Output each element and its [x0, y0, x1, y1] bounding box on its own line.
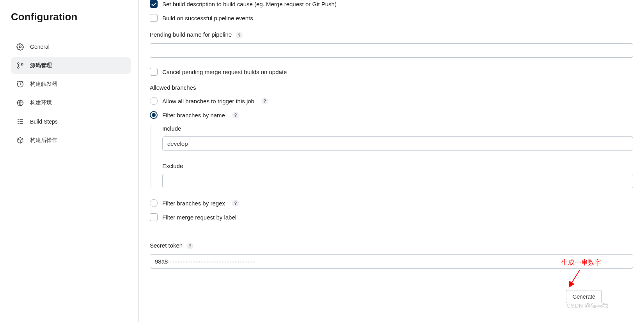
box-icon	[16, 136, 24, 144]
set-build-description-label: Set build description to build cause (eg…	[162, 1, 337, 7]
help-icon[interactable]: ?	[261, 97, 268, 104]
main-content: Set build description to build cause (eg…	[139, 0, 644, 322]
filter-by-name-panel: Include Exclude	[151, 125, 633, 188]
set-build-description-checkbox[interactable]	[150, 0, 158, 8]
sidebar-item-label: 构建触发器	[30, 81, 57, 88]
generate-button[interactable]: Generate	[566, 290, 602, 303]
help-icon[interactable]: ?	[236, 32, 243, 39]
exclude-label: Exclude	[162, 163, 633, 169]
svg-line-6	[570, 270, 580, 286]
sidebar-item-source-management[interactable]: 源码管理	[11, 57, 131, 74]
help-icon[interactable]: ?	[232, 111, 239, 119]
secret-token-input[interactable]	[150, 254, 633, 269]
exclude-input[interactable]	[162, 174, 633, 188]
sidebar: Configuration General 源码管理 构建触发器 构建环境	[0, 0, 138, 322]
build-on-pipeline-checkbox[interactable]	[150, 14, 158, 22]
sidebar-item-label: 构建后操作	[30, 137, 57, 144]
annotation-arrow-icon	[564, 268, 584, 292]
sidebar-item-post-build[interactable]: 构建后操作	[11, 132, 131, 149]
sidebar-item-general[interactable]: General	[11, 39, 131, 55]
page-title: Configuration	[11, 11, 131, 23]
cancel-pending-checkbox[interactable]	[150, 68, 158, 76]
pending-build-name-input[interactable]	[150, 43, 633, 58]
sidebar-item-build-env[interactable]: 构建环境	[11, 95, 131, 111]
globe-icon	[16, 99, 24, 107]
filter-mr-by-label-label: Filter merge request by label	[162, 214, 236, 221]
filter-by-regex-radio[interactable]	[150, 199, 158, 207]
gear-icon	[16, 43, 24, 51]
sidebar-item-label: 构建环境	[30, 99, 52, 106]
filter-mr-by-label-checkbox[interactable]	[150, 213, 158, 221]
svg-point-0	[20, 46, 21, 48]
filter-by-name-label: Filter branches by name	[162, 112, 225, 119]
svg-point-3	[21, 64, 23, 65]
secret-token-label: Secret token	[150, 242, 183, 249]
help-icon[interactable]: ?	[232, 200, 239, 207]
clock-icon	[16, 80, 24, 88]
sidebar-item-build-triggers[interactable]: 构建触发器	[11, 76, 131, 92]
sidebar-item-label: 源码管理	[30, 62, 52, 69]
allow-all-branches-label: Allow all branches to trigger this job	[162, 98, 254, 104]
allowed-branches-heading: Allowed branches	[150, 84, 633, 91]
branch-icon	[16, 62, 24, 69]
svg-point-2	[18, 67, 19, 68]
pending-build-name-label: Pending build name for pipeline	[150, 31, 232, 38]
steps-icon	[16, 118, 24, 126]
filter-by-regex-label: Filter branches by regex	[162, 200, 225, 207]
include-input[interactable]	[162, 136, 633, 151]
include-label: Include	[162, 125, 633, 132]
allow-all-branches-radio[interactable]	[150, 97, 158, 105]
cancel-pending-label: Cancel pending merge request builds on u…	[162, 69, 287, 75]
build-on-pipeline-label: Build on successful pipeline events	[162, 15, 253, 21]
sidebar-item-label: Build Steps	[30, 119, 58, 125]
sidebar-item-label: General	[30, 44, 50, 50]
svg-point-1	[18, 63, 19, 64]
help-icon[interactable]: ?	[186, 242, 193, 249]
sidebar-item-build-steps[interactable]: Build Steps	[11, 113, 131, 130]
filter-by-name-radio[interactable]	[150, 111, 158, 119]
